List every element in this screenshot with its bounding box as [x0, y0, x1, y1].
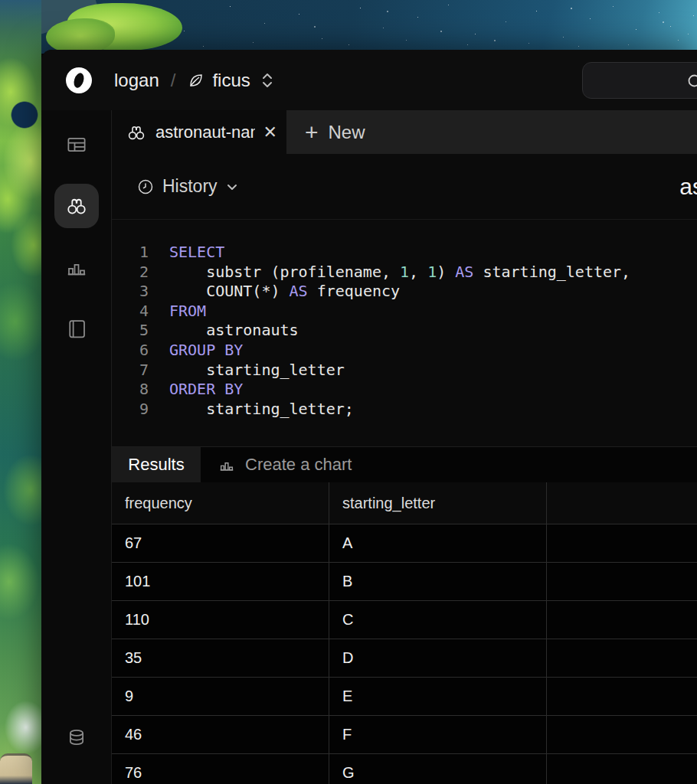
table-cell[interactable]: 101	[112, 563, 329, 600]
code-text: starting_letter;	[169, 400, 354, 420]
table-cell[interactable]: E	[329, 678, 547, 715]
table-row: 76G	[112, 754, 697, 784]
table-row: 46F	[112, 716, 697, 754]
history-button[interactable]: History	[136, 176, 239, 197]
outerbase-logo-icon[interactable]	[66, 67, 92, 93]
foliage-background	[0, 0, 41, 784]
code-line[interactable]: 5 astronauts	[112, 321, 697, 341]
table-cell[interactable]: 46	[112, 716, 329, 753]
code-text: FROM	[169, 302, 206, 322]
tab-bar: astronaut-namin ✕ + New	[112, 110, 697, 154]
code-text: starting_letter	[169, 361, 345, 381]
code-text: GROUP BY	[169, 341, 243, 361]
table-icon	[65, 133, 88, 156]
night-sky-background	[0, 0, 697, 54]
code-line[interactable]: 8ORDER BY	[112, 380, 697, 400]
code-line[interactable]: 2 substr (profilename, 1, 1) AS starting…	[112, 263, 697, 283]
code-token: )	[437, 263, 455, 281]
plus-icon: +	[305, 119, 319, 145]
table-cell[interactable]	[547, 601, 697, 639]
main-content: astronaut-namin ✕ + New History	[112, 110, 697, 784]
search-input[interactable]	[583, 63, 697, 98]
tree-leaves	[46, 18, 115, 54]
database-icon	[65, 726, 88, 749]
table-cell[interactable]	[547, 639, 697, 677]
code-line[interactable]: 1SELECT	[112, 243, 697, 263]
code-token: starting_letter	[169, 361, 345, 379]
column-header[interactable]	[547, 482, 697, 524]
book-icon	[65, 317, 88, 340]
sidebar-item-database[interactable]	[54, 715, 99, 760]
table-cell[interactable]	[547, 716, 697, 753]
code-line[interactable]: 3 COUNT(*) AS frequency	[112, 282, 697, 302]
leaf-icon	[187, 71, 205, 90]
column-header[interactable]: starting_letter	[329, 482, 547, 524]
breadcrumb-separator: /	[171, 70, 176, 91]
base-name[interactable]: ficus	[212, 70, 250, 91]
table-row: 35D	[112, 639, 697, 678]
code-token: 1	[427, 263, 437, 281]
history-label: History	[162, 176, 218, 197]
code-line[interactable]: 6GROUP BY	[112, 341, 697, 361]
code-text: ORDER BY	[169, 380, 243, 400]
tab-astronaut-naming[interactable]: astronaut-namin ✕	[112, 110, 286, 154]
line-number: 3	[112, 282, 149, 302]
table-cell[interactable]	[547, 563, 697, 600]
sql-editor[interactable]: 1SELECT2 substr (profilename, 1, 1) AS s…	[112, 220, 697, 446]
line-number: 2	[112, 263, 149, 283]
table-cell[interactable]: A	[329, 524, 547, 562]
table-row: 67A	[112, 524, 697, 563]
code-token: substr (profilename,	[169, 263, 400, 281]
line-number: 4	[112, 302, 149, 322]
window-body: astronaut-namin ✕ + New History	[41, 110, 697, 784]
table-cell[interactable]: 9	[112, 678, 329, 715]
code-line[interactable]: 4FROM	[112, 302, 697, 322]
top-header: logan / ficus	[41, 50, 697, 110]
binoculars-icon	[126, 122, 147, 143]
table-cell[interactable]: 110	[112, 601, 329, 639]
table-cell[interactable]: F	[329, 716, 547, 753]
table-cell[interactable]: C	[329, 601, 547, 639]
results-table: frequencystarting_letter 67A101B110C35D9…	[112, 482, 697, 784]
code-line[interactable]: 7 starting_letter	[112, 361, 697, 381]
close-tab-icon[interactable]: ✕	[263, 124, 277, 141]
create-chart-button[interactable]: Create a chart	[201, 447, 697, 482]
table-cell[interactable]: 67	[112, 524, 329, 562]
new-tab-button[interactable]: + New	[286, 110, 697, 154]
table-cell[interactable]: 76	[112, 754, 329, 784]
table-cell[interactable]	[547, 754, 697, 784]
code-text: SELECT	[169, 243, 224, 263]
table-cell[interactable]	[547, 524, 697, 562]
column-header[interactable]: frequency	[112, 482, 329, 524]
code-text: substr (profilename, 1, 1) AS starting_l…	[169, 263, 630, 283]
sidebar-item-charts[interactable]	[54, 245, 99, 289]
sidebar-item-queries[interactable]	[54, 184, 99, 228]
table-cell[interactable]: D	[329, 639, 547, 677]
new-tab-label: New	[329, 122, 365, 143]
sidebar-item-notes[interactable]	[54, 306, 99, 351]
table-row: 110C	[112, 601, 697, 639]
code-token: ,	[409, 263, 427, 281]
code-token: FROM	[169, 302, 206, 320]
search-box[interactable]	[582, 62, 697, 99]
chevron-up-down-icon[interactable]	[260, 71, 274, 90]
sidebar-item-tables[interactable]	[54, 122, 99, 167]
tab-label: astronaut-namin	[155, 122, 255, 142]
workspace-name[interactable]: logan	[114, 70, 159, 91]
code-token: SELECT	[169, 243, 224, 261]
code-token: starting_letter,	[473, 263, 630, 281]
bar-chart-icon	[218, 456, 235, 473]
code-line[interactable]: 9 starting_letter;	[112, 400, 697, 420]
breadcrumb: logan / ficus	[114, 70, 274, 91]
line-number: 5	[112, 321, 149, 341]
app-window: logan / ficus	[41, 50, 697, 784]
table-cell[interactable]: B	[329, 563, 547, 600]
table-cell[interactable]: G	[329, 754, 547, 784]
tab-results[interactable]: Results	[112, 447, 201, 482]
table-cell[interactable]: 35	[112, 639, 329, 677]
table-cell[interactable]	[547, 678, 697, 715]
code-text: COUNT(*) AS frequency	[169, 282, 400, 302]
line-number: 6	[112, 341, 149, 361]
search-icon	[687, 74, 697, 90]
code-token: AS	[290, 282, 308, 300]
